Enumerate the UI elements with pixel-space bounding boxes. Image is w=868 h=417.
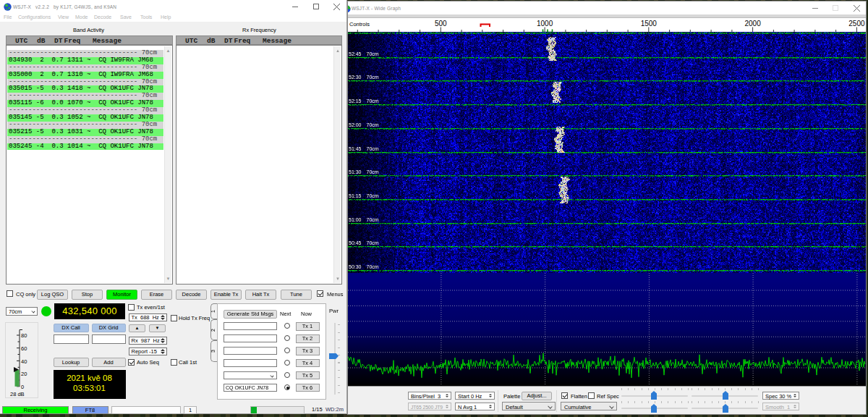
- svg-text:80: 80: [21, 332, 27, 339]
- svg-text:0: 0: [21, 384, 24, 390]
- svg-text:60: 60: [21, 345, 27, 352]
- svg-text:20: 20: [21, 371, 27, 377]
- svg-text:40: 40: [21, 358, 27, 365]
- svg-text:28 dB: 28 dB: [10, 391, 25, 397]
